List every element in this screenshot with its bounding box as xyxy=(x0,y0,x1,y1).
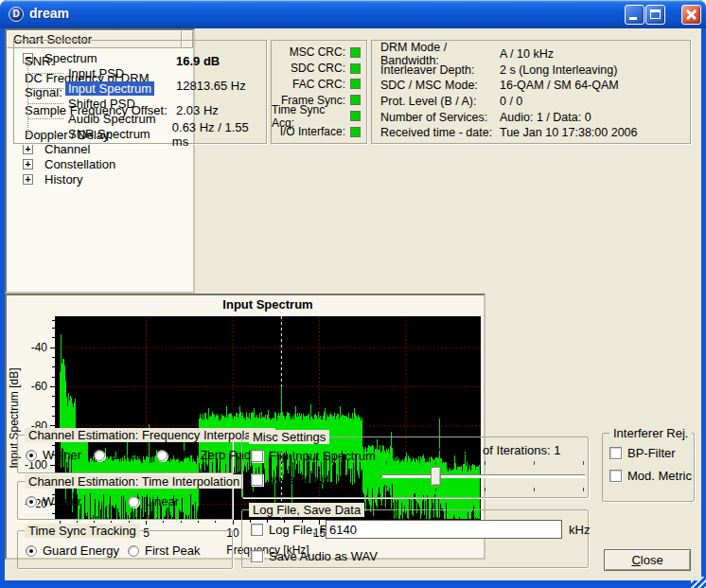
signal-status-panel: MSC CRC: SDC CRC: FAC CRC: Frame Sync: T… xyxy=(271,40,367,144)
tree-item-constellation[interactable]: + Constellation xyxy=(7,156,193,171)
time-sync-tracking-group: Time Sync Tracking Guard Energy First Pe… xyxy=(17,530,233,569)
close-button[interactable]: Close xyxy=(604,549,691,571)
time-interpolation-group: Channel Estimation: Time Interpolation W… xyxy=(17,481,233,520)
services-value: Audio: 1 / Data: 0 xyxy=(500,111,591,124)
mode-row: SDC / MSC Mode:16-QAM / SM 64-QAM xyxy=(380,78,690,94)
svg-text:Input Spectrum: Input Spectrum xyxy=(222,297,312,312)
bp-filter-checkbox[interactable]: BP-Filter xyxy=(609,446,676,460)
selected-tree-item[interactable]: Input Spectrum xyxy=(65,81,154,96)
client-area: SNR:16.9 dB DC Frequency of DRM Signal:1… xyxy=(5,28,701,580)
khz-unit-label: kHz xyxy=(569,523,590,537)
misc-settings-group: Misc Settings Flip Input Spectrum Mute A… xyxy=(241,437,589,498)
radio-dft-zero-pad[interactable]: DFT Zero Pad. xyxy=(156,448,255,462)
mute-audio-checkbox[interactable]: Mute Audio xyxy=(251,472,330,487)
tree-item-snr-spectrum[interactable]: SNR Spectrum xyxy=(7,126,193,141)
mode-row: Interleaver Depth:2 s (Long Interleaving… xyxy=(380,62,690,79)
svg-text:-60: -60 xyxy=(31,380,48,393)
drm-mode-value: A / 10 kHz xyxy=(500,47,554,61)
checkbox-icon[interactable] xyxy=(251,550,263,562)
tree-item-shifted-psd[interactable]: Shifted PSD xyxy=(7,96,193,111)
close-window-button[interactable] xyxy=(681,5,701,25)
sdc-crc-led xyxy=(350,63,361,74)
received-time-value: Tue Jan 10 17:38:00 2006 xyxy=(500,126,638,139)
chart-tree: − Spectrum Input PSD Input Spectrum Shif… xyxy=(7,48,193,187)
status-row: Time Sync Acq: xyxy=(272,108,361,124)
radio-wiener-time[interactable]: Wiener xyxy=(26,494,128,508)
status-row: FAC CRC: xyxy=(272,77,361,93)
tree-item-history[interactable]: + History xyxy=(7,171,193,187)
tree-item-audio-spectrum[interactable]: Audio Spectrum xyxy=(7,111,193,126)
mod-metric-checkbox[interactable]: Mod. Metric xyxy=(609,469,692,483)
tree-item-input-spectrum[interactable]: Input Spectrum xyxy=(7,80,193,96)
expand-icon[interactable]: + xyxy=(23,174,33,185)
mode-row: Prot. Level (B / A):0 / 0 xyxy=(380,94,690,110)
mlc-iterations-label: MLC: Number of Iterations: 1 xyxy=(375,443,589,457)
mode-row: Number of Services:Audio: 1 / Data: 0 xyxy=(380,109,690,125)
radio-icon[interactable] xyxy=(94,450,105,461)
radio-icon[interactable] xyxy=(26,545,37,557)
maximize-icon xyxy=(650,9,661,19)
checkbox-icon[interactable] xyxy=(609,470,622,482)
radio-icon[interactable] xyxy=(156,450,168,461)
status-row: I/O Interface: xyxy=(272,124,361,140)
checkbox-icon[interactable] xyxy=(609,447,622,459)
log-file-group: Log File, Save Data Log File, Freq: kHz … xyxy=(241,509,589,568)
msc-crc-led xyxy=(350,47,361,58)
save-audio-wav-checkbox[interactable]: Save Audio as WAV xyxy=(251,549,378,563)
radio-icon[interactable] xyxy=(128,496,139,508)
expand-icon[interactable]: + xyxy=(23,159,33,169)
slider-track[interactable] xyxy=(381,474,586,478)
flip-input-spectrum-checkbox[interactable]: Flip Input Spectrum xyxy=(251,449,376,463)
status-row: MSC CRC: xyxy=(272,45,361,61)
freq-interpolation-group: Channel Estimation: Frequency Interpolat… xyxy=(17,435,233,473)
sdc-msc-mode-value: 16-QAM / SM 64-QAM xyxy=(500,79,619,92)
time-sync-led xyxy=(350,111,361,121)
slider-thumb[interactable] xyxy=(431,467,441,486)
radio-linear-time[interactable]: Linear xyxy=(128,494,179,508)
fac-crc-led xyxy=(350,79,361,89)
radio-icon[interactable] xyxy=(128,545,139,557)
radio-icon[interactable] xyxy=(26,450,37,461)
drm-mode-panel: DRM Mode / Bandwidth:A / 10 kHz Interlea… xyxy=(371,40,691,144)
app-window: D dream SNR:16.9 dB DC Frequency of DRM … xyxy=(0,0,706,588)
svg-text:-40: -40 xyxy=(31,341,48,354)
mode-row: DRM Mode / Bandwidth:A / 10 kHz xyxy=(380,46,690,62)
radio-first-peak[interactable]: First Peak xyxy=(128,543,201,558)
radio-icon[interactable] xyxy=(26,496,37,508)
radio-linear-freq[interactable]: Linear xyxy=(94,448,156,462)
minimize-button[interactable] xyxy=(625,5,644,25)
minimize-icon xyxy=(629,17,637,20)
interferer-rejection-group: Interferer Rej. BP-Filter Mod. Metric xyxy=(602,433,695,502)
resize-grip[interactable] xyxy=(691,577,706,588)
frame-sync-led xyxy=(350,95,361,105)
prot-level-value: 0 / 0 xyxy=(500,95,522,108)
log-frequency-input[interactable] xyxy=(326,520,562,539)
window-title: dream xyxy=(29,6,69,21)
checkbox-icon[interactable] xyxy=(251,450,263,462)
status-row: SDC CRC: xyxy=(272,61,361,77)
title-bar[interactable]: D dream xyxy=(0,0,706,28)
spectrum-children: Input PSD Input Spectrum Shifted PSD Aud… xyxy=(7,65,193,141)
app-icon: D xyxy=(9,7,24,22)
checkbox-icon[interactable] xyxy=(251,473,263,486)
radio-guard-energy[interactable]: Guard Energy xyxy=(26,543,128,558)
tree-item-input-psd[interactable]: Input PSD xyxy=(7,65,193,80)
chart-selector: Chart Selector − Spectrum Input PSD Inpu… xyxy=(5,28,195,294)
radio-wiener-freq[interactable]: Wiener xyxy=(26,448,94,462)
io-interface-led xyxy=(350,127,361,137)
mlc-iterations-slider[interactable] xyxy=(381,460,586,494)
checkbox-icon[interactable] xyxy=(251,524,263,536)
mode-row: Received time - date:Tue Jan 10 17:38:00… xyxy=(380,125,690,141)
interleaver-depth-value: 2 s (Long Interleaving) xyxy=(500,63,617,77)
maximize-button[interactable] xyxy=(645,5,665,25)
